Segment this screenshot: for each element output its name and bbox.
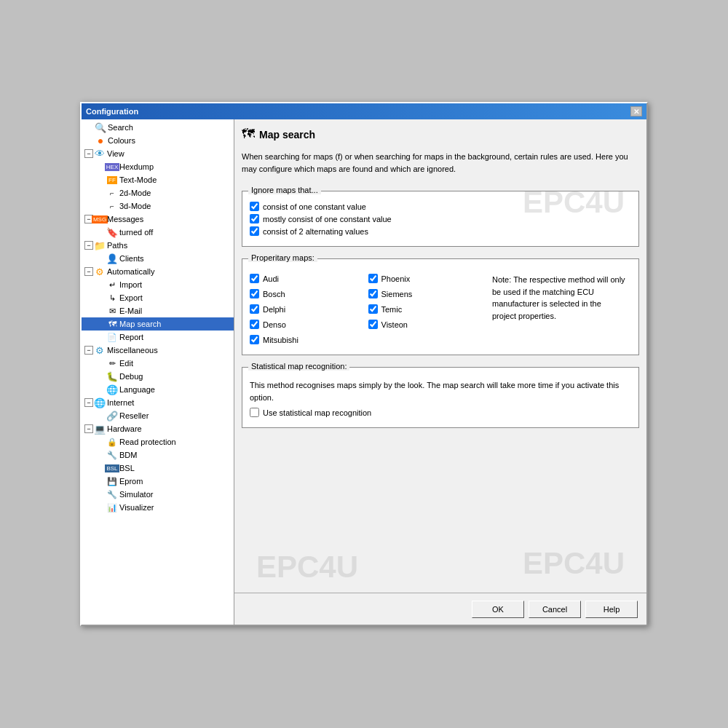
sidebar-item-email[interactable]: ✉E-Mail	[82, 304, 234, 317]
tree-label-simulator: Simulator	[119, 490, 153, 499]
sidebar-item-readprotection[interactable]: 🔒Read protection	[82, 435, 234, 448]
prop-col-2: PhoenixSiemensTemicVisteon	[368, 271, 480, 347]
sidebar-item-reseller[interactable]: 🔗Reseller	[82, 409, 234, 422]
prop-checkbox-denso[interactable]	[250, 320, 259, 329]
ignore-item-two_alternating: consist of 2 alternating values	[250, 226, 631, 236]
prop-checkbox-audi[interactable]	[250, 274, 259, 283]
sidebar-item-automatically[interactable]: −⚙Automatically	[82, 265, 234, 278]
sidebar-item-view[interactable]: −👁View	[82, 147, 234, 160]
tree-label-bdm: BDM	[119, 451, 137, 459]
statistical-checkbox-row: Use statistical map recognition	[250, 408, 631, 417]
prop-label-denso: Denso	[263, 320, 286, 329]
prop-checkbox-siemens[interactable]	[368, 289, 378, 298]
tree-expand-internet[interactable]: −	[84, 398, 93, 407]
ignore-checkbox-mostly_constant[interactable]	[250, 214, 259, 223]
tree-icon-messages: MSG	[94, 213, 106, 225]
prop-label-temic: Temic	[381, 305, 403, 314]
tree-label-2dmode: 2d-Mode	[119, 189, 151, 197]
tree-icon-hardware: 💻	[94, 423, 106, 435]
proprietary-group-title: Properitary maps:	[248, 253, 317, 262]
tree-expand-miscellaneous[interactable]: −	[84, 346, 93, 355]
prop-label-delphi: Delphi	[263, 305, 285, 314]
prop-label-phoenix: Phoenix	[381, 274, 411, 283]
prop-checkbox-mitsubishi[interactable]	[250, 335, 259, 344]
cancel-button[interactable]: Cancel	[529, 601, 581, 618]
sidebar-item-debug[interactable]: 🐛Debug	[82, 370, 234, 383]
tree-label-hardware: Hardware	[107, 424, 142, 433]
sidebar-item-search[interactable]: 🔍Search	[82, 121, 234, 134]
sidebar-item-bdm[interactable]: 🔧BDM	[82, 448, 234, 462]
sidebar-item-visualizer[interactable]: 📊Visualizer	[82, 501, 234, 514]
prop-checkbox-delphi[interactable]	[250, 304, 259, 314]
tree-label-clients: Clients	[119, 254, 144, 263]
ignore-item-mostly_constant: mostly consist of one constant value	[250, 214, 631, 223]
prop-item-mitsubishi: Mitsubishi	[250, 335, 361, 344]
sidebar-item-hexdump[interactable]: HEXHexdump	[82, 160, 234, 173]
sidebar-item-simulator[interactable]: 🔧Simulator	[82, 488, 234, 501]
prop-label-visteon: Visteon	[381, 320, 408, 329]
sidebar-item-language[interactable]: 🌐Language	[82, 383, 234, 396]
ignore-checkbox-two_alternating[interactable]	[250, 226, 259, 236]
tree-icon-clients: 👤	[106, 253, 118, 264]
prop-checkbox-visteon[interactable]	[368, 320, 378, 329]
tree-icon-reseller: 🔗	[106, 410, 118, 422]
tree-icon-email: ✉	[106, 305, 118, 317]
tree-label-search: Search	[108, 123, 133, 132]
sidebar-item-colours[interactable]: ●Colours	[82, 134, 234, 147]
prop-checkbox-temic[interactable]	[368, 304, 378, 314]
tree-label-hexdump: Hexdump	[119, 162, 154, 171]
statistical-group-title: Statistical map recognition:	[248, 362, 349, 371]
close-button[interactable]: ✕	[630, 106, 642, 116]
sidebar-item-hardware[interactable]: −💻Hardware	[82, 422, 234, 435]
sidebar-item-3dmode[interactable]: ⌐3d-Mode	[82, 199, 234, 213]
tree-icon-view: 👁	[94, 148, 106, 159]
sidebar-item-internet[interactable]: −🌐Internet	[82, 396, 234, 409]
tree-expand-view[interactable]: −	[84, 149, 93, 158]
statistical-checkbox[interactable]	[250, 408, 259, 417]
panel-icon: 🗺	[242, 127, 255, 142]
prop-checkbox-phoenix[interactable]	[368, 274, 378, 283]
sidebar-item-export[interactable]: ↳Export	[82, 291, 234, 304]
tree-expand-hardware[interactable]: −	[84, 424, 93, 433]
tree-label-internet: Internet	[107, 398, 134, 407]
sidebar-item-bsl[interactable]: BSLBSL	[82, 462, 234, 475]
ignore-label-one_constant: consist of one constant value	[263, 202, 366, 211]
tree-icon-edit: ✏	[106, 357, 118, 369]
sidebar-item-clients[interactable]: 👤Clients	[82, 252, 234, 265]
sidebar-item-miscellaneous[interactable]: −⚙Miscellaneous	[82, 344, 234, 357]
prop-item-denso: Denso	[250, 320, 361, 329]
tree-icon-report: 📄	[106, 331, 118, 343]
tree-label-textmode: Text-Mode	[119, 175, 157, 184]
prop-item-visteon: Visteon	[368, 320, 480, 329]
prop-label-bosch: Bosch	[263, 290, 285, 298]
sidebar-item-report[interactable]: 📄Report	[82, 331, 234, 344]
tree-icon-automatically: ⚙	[94, 266, 106, 277]
sidebar-item-edit[interactable]: ✏Edit	[82, 357, 234, 370]
sidebar-item-eprom[interactable]: 💾Eprom	[82, 475, 234, 488]
tree-icon-visualizer: 📊	[106, 502, 118, 513]
prop-item-phoenix: Phoenix	[368, 274, 480, 283]
sidebar-item-messages[interactable]: −MSGMessages	[82, 213, 234, 226]
sidebar-item-paths[interactable]: −📁Paths	[82, 239, 234, 252]
help-button[interactable]: Help	[585, 601, 638, 618]
tree-icon-textmode: FF	[106, 174, 118, 186]
proprietary-group: Properitary maps: AudiBoschDelphiDensoMi…	[242, 258, 639, 355]
ok-button[interactable]: OK	[472, 601, 524, 618]
tree-expand-paths[interactable]: −	[84, 241, 93, 250]
prop-checkbox-bosch[interactable]	[250, 289, 259, 298]
tree-icon-miscellaneous: ⚙	[94, 344, 106, 356]
sidebar-item-textmode[interactable]: FFText-Mode	[82, 173, 234, 186]
tree-icon-readprotection: 🔒	[106, 436, 118, 448]
statistical-description: This method recognises maps simply by th…	[250, 379, 631, 403]
sidebar-item-turnedoff[interactable]: 🔖turned off	[82, 226, 234, 239]
sidebar-item-mapsearch[interactable]: 🗺Map search	[82, 317, 234, 331]
tree-icon-import: ↵	[106, 279, 118, 290]
tree-icon-bdm: 🔧	[106, 449, 118, 461]
tree-icon-colours: ●	[95, 135, 106, 146]
sidebar-item-2dmode[interactable]: ⌐2d-Mode	[82, 186, 234, 199]
tree-icon-language: 🌐	[106, 384, 118, 395]
tree-icon-mapsearch: 🗺	[106, 318, 118, 330]
ignore-checkbox-one_constant[interactable]	[250, 202, 259, 211]
tree-expand-automatically[interactable]: −	[84, 267, 93, 276]
sidebar-item-import[interactable]: ↵Import	[82, 278, 234, 291]
